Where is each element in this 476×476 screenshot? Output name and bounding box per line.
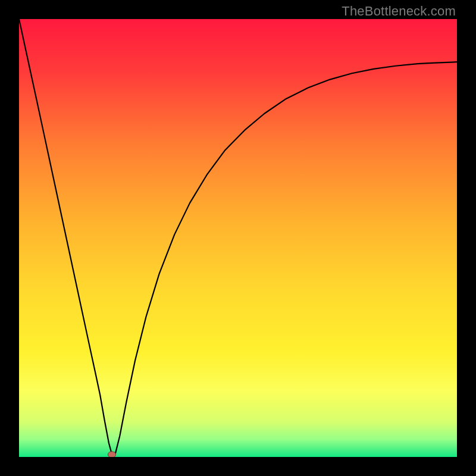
chart-frame: TheBottleneck.com <box>0 0 476 476</box>
minimum-marker <box>108 452 115 457</box>
plot-area <box>19 19 457 457</box>
watermark-text: TheBottleneck.com <box>342 4 456 19</box>
chart-svg <box>19 19 457 457</box>
gradient-background <box>19 19 457 457</box>
